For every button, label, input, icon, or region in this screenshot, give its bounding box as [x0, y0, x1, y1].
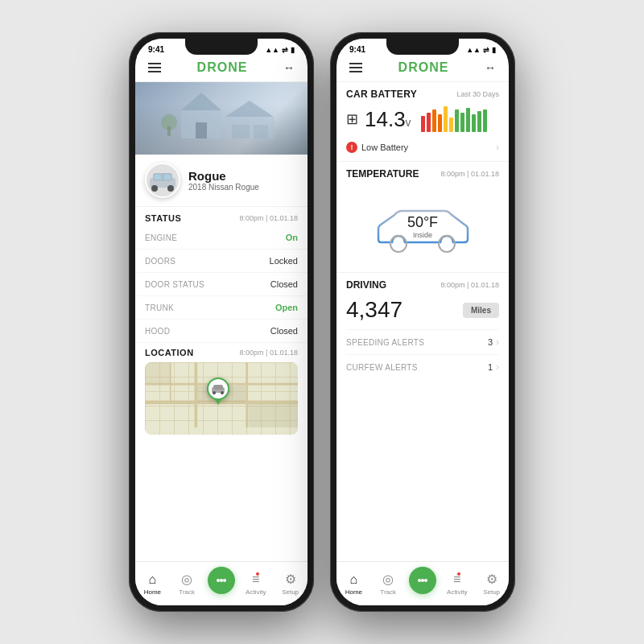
chevron-speeding: › — [496, 336, 499, 348]
svg-point-31 — [439, 236, 455, 252]
svg-point-28 — [220, 579, 223, 582]
app-title-1: DRONE — [197, 60, 248, 75]
car-avatar-icon — [147, 168, 179, 192]
nav-track-label-1: Track — [179, 588, 195, 596]
time-1: 9:41 — [148, 45, 164, 54]
signal-icon: ▲▲ — [265, 46, 279, 54]
battery-bar — [477, 111, 481, 132]
map-container[interactable] — [145, 362, 298, 435]
low-battery-row[interactable]: ! Low Battery › — [346, 138, 499, 156]
track-icon-1: ◎ — [181, 572, 192, 587]
status-title: STATUS — [145, 213, 181, 223]
nav-activity-1[interactable]: ≡ Activity — [240, 572, 272, 596]
nav-home-label-2: Home — [345, 588, 362, 596]
door-status-label: DOOR STATUS — [145, 280, 204, 289]
speeding-label: SPEEDING ALERTS — [346, 338, 424, 347]
doors-value: Locked — [270, 256, 298, 266]
bottom-nav-2: ⌂ Home ◎ Track ≡ — [336, 561, 509, 605]
battery-bar — [483, 109, 487, 132]
phone-2: 9:41 ▲▲ ⇌ ▮ DRONE ↔ CAR BATTERY Last 30 … — [330, 32, 515, 612]
car-info: Rogue 2018 Nissan Rogue — [188, 169, 259, 192]
car-name: Rogue — [188, 169, 259, 183]
bottom-nav-1: ⌂ Home ◎ Track ≡ — [135, 561, 308, 605]
nav-center-1[interactable] — [205, 567, 237, 596]
hood-label: HOOD — [145, 327, 170, 336]
top-nav-2: DRONE ↔ — [336, 57, 509, 82]
svg-point-34 — [424, 579, 427, 582]
car-model: 2018 Nissan Rogue — [188, 183, 259, 192]
last-days: Last 30 Days — [456, 90, 499, 98]
nav-track-2[interactable]: ◎ Track — [372, 572, 404, 596]
curfew-label: CURFEW ALERTS — [346, 363, 418, 372]
nav-activity-2[interactable]: ≡ Activity — [441, 572, 473, 596]
svg-point-26 — [221, 391, 224, 394]
hero-image — [135, 82, 308, 155]
home-icon: ⌂ — [149, 572, 157, 587]
avatar — [145, 163, 180, 198]
svg-point-12 — [167, 185, 174, 192]
location-title: LOCATION — [145, 348, 194, 357]
phone-1: 9:41 ▲▲ ⇌ ▮ DRONE ↔ — [129, 32, 314, 612]
nav-center-2[interactable] — [407, 567, 439, 596]
temp-value: 50°F — [407, 214, 438, 231]
center-button-1[interactable] — [208, 567, 235, 594]
nav-setup-label-2: Setup — [483, 588, 500, 596]
location-header: LOCATION 8:00pm | 01.01.18 — [145, 348, 298, 362]
door-status-row: DOOR STATUS Closed — [135, 273, 308, 296]
engine-label: ENGINE — [145, 233, 177, 242]
svg-point-11 — [151, 185, 158, 192]
nav-activity-label-2: Activity — [447, 588, 467, 596]
miles-display: 4,347 Miles — [346, 297, 499, 323]
location-section: LOCATION 8:00pm | 01.01.18 — [135, 343, 308, 561]
wifi-icon-2: ⇌ — [483, 46, 489, 54]
nav-setup-1[interactable]: ⚙ Setup — [275, 572, 307, 596]
top-nav-1: DRONE ↔ — [135, 57, 308, 82]
temp-time: 8:00pm | 01.01.18 — [441, 170, 499, 178]
speeding-alerts-row[interactable]: SPEEDING ALERTS 3 › — [346, 329, 499, 354]
nav-track-label-2: Track — [380, 588, 396, 596]
center-button-2[interactable] — [409, 567, 436, 594]
menu-icon[interactable] — [148, 63, 161, 72]
arrow-icon-2: ↔ — [485, 61, 496, 74]
engine-value: On — [286, 233, 298, 242]
activity-wrap-1: ≡ — [252, 572, 259, 587]
temp-reading: 50°F Inside — [407, 214, 438, 239]
status-header: STATUS 8:00pm | 01.01.18 — [135, 207, 308, 226]
status-time: 8:00pm | 01.01.18 — [240, 214, 298, 222]
nav-home-2[interactable]: ⌂ Home — [337, 572, 369, 596]
speeding-right: 3 › — [488, 336, 499, 348]
status-icons-1: ▲▲ ⇌ ▮ — [265, 46, 295, 54]
time-2: 9:41 — [349, 45, 365, 54]
curfew-count: 1 — [488, 362, 493, 372]
temp-label: Inside — [407, 231, 438, 239]
engine-row: ENGINE On — [135, 226, 308, 250]
temp-header: TEMPERATURE 8:00pm | 01.01.18 — [346, 168, 499, 180]
svg-rect-6 — [254, 125, 268, 138]
nav-setup-2[interactable]: ⚙ Setup — [476, 572, 508, 596]
menu-icon-2[interactable] — [349, 63, 362, 72]
location-time: 8:00pm | 01.01.18 — [240, 349, 298, 357]
nav-track-1[interactable]: ◎ Track — [171, 572, 203, 596]
battery-title: CAR BATTERY — [346, 89, 417, 100]
svg-rect-5 — [232, 125, 250, 138]
activity-wrap-2: ≡ — [453, 572, 460, 587]
center-dots-icon — [215, 574, 228, 587]
svg-point-27 — [217, 579, 220, 582]
hood-row: HOOD Closed — [135, 320, 308, 343]
curfew-alerts-row[interactable]: CURFEW ALERTS 1 › — [346, 354, 499, 379]
battery-icon: ▮ — [291, 46, 295, 54]
center-dots-icon-2 — [416, 574, 429, 587]
pin-point — [214, 398, 222, 405]
pin-car-icon — [211, 383, 225, 394]
temp-display: 50°F Inside — [346, 186, 499, 267]
svg-rect-14 — [164, 175, 171, 180]
battery-bar — [466, 108, 470, 132]
house-illustration — [157, 86, 286, 142]
speeding-count: 3 — [488, 337, 493, 347]
svg-rect-22 — [248, 404, 298, 428]
car-profile: Rogue 2018 Nissan Rogue — [135, 155, 308, 207]
chevron-right-battery: › — [496, 142, 499, 153]
nav-home-1[interactable]: ⌂ Home — [136, 572, 168, 596]
driving-time: 8:00pm | 01.01.18 — [441, 281, 499, 289]
miles-value: 4,347 — [346, 297, 402, 323]
